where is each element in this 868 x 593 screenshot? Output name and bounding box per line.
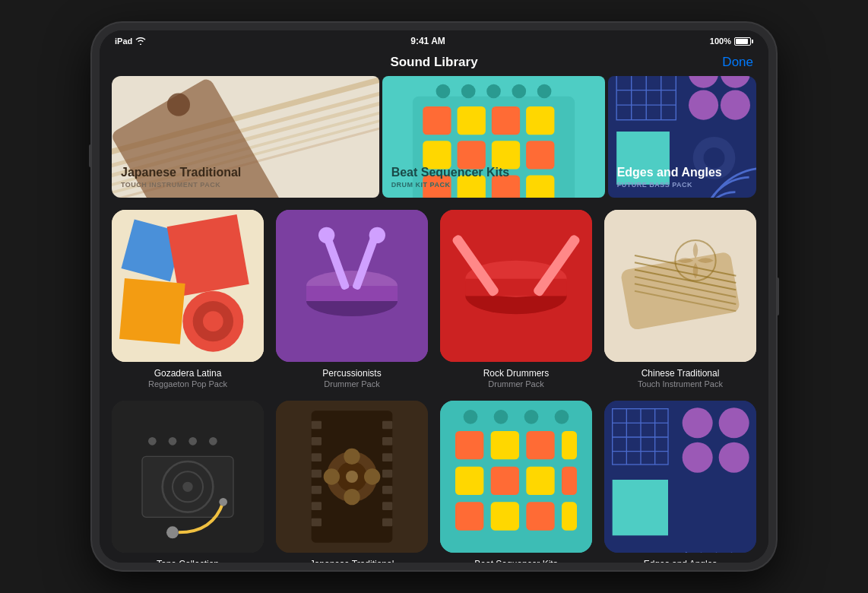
svg-rect-10 [457, 106, 485, 135]
pack-icon-sequencer2 [440, 401, 592, 553]
svg-point-118 [494, 410, 508, 424]
svg-point-73 [188, 437, 197, 446]
svg-rect-94 [382, 486, 392, 494]
pack-japanese-traditional-2[interactable]: Japanese Traditional Touch Instrument Pa… [276, 401, 428, 563]
done-button[interactable]: Done [708, 55, 753, 70]
svg-rect-11 [491, 106, 519, 135]
wifi-icon [135, 37, 146, 45]
svg-rect-108 [562, 431, 577, 459]
pack-name-japanese2: Japanese Traditional [310, 559, 394, 563]
svg-point-117 [464, 410, 478, 424]
svg-rect-86 [312, 470, 322, 478]
pack-type-gozadera: Reggaeton Pop Pack [148, 379, 227, 388]
svg-point-74 [209, 437, 217, 446]
svg-rect-116 [562, 502, 577, 530]
svg-point-100 [344, 489, 360, 505]
svg-rect-115 [526, 502, 554, 530]
svg-point-119 [524, 410, 539, 424]
pack-icon-edges2 [604, 401, 756, 553]
pack-name-gozadera: Gozadera Latina [154, 368, 222, 379]
content-area: Japanese Traditional TOUCH INSTRUMENT PA… [100, 76, 768, 563]
svg-rect-133 [613, 480, 668, 535]
svg-point-102 [364, 468, 380, 484]
packs-grid: Gozadera Latina Reggaeton Pop Pack [112, 210, 756, 563]
power-button [776, 277, 779, 316]
svg-point-80 [219, 498, 227, 506]
svg-rect-95 [382, 502, 392, 510]
svg-point-46 [203, 311, 223, 331]
pack-icon-gozadera [112, 210, 264, 362]
svg-point-21 [436, 84, 450, 99]
svg-rect-9 [423, 106, 451, 135]
svg-rect-90 [382, 421, 392, 430]
svg-point-130 [719, 407, 749, 438]
svg-rect-83 [312, 421, 322, 430]
svg-point-23 [486, 84, 501, 99]
svg-rect-96 [382, 518, 392, 527]
banner-japanese-text: Japanese Traditional TOUCH INSTRUMENT PA… [112, 156, 379, 198]
svg-rect-85 [312, 453, 322, 461]
banner-japanese-traditional[interactable]: Japanese Traditional TOUCH INSTRUMENT PA… [112, 76, 379, 198]
svg-point-78 [182, 482, 192, 492]
pack-type-percussionists: Drummer Pack [324, 379, 379, 388]
pack-beat-sequencer-2[interactable]: Beat Sequencer Kits Drum Kit Pack [440, 401, 592, 563]
screen: iPad 9:41 AM 100% Sou [100, 30, 768, 563]
svg-point-25 [537, 84, 551, 99]
pack-tone-collection[interactable]: Tone Collection Guitar Sound Pack [112, 401, 264, 563]
svg-point-103 [346, 471, 358, 483]
svg-rect-109 [455, 467, 483, 495]
pack-icon-tone [112, 401, 264, 553]
pack-name-chinese: Chinese Traditional [641, 368, 720, 379]
pack-name-rock: Rock Drummers [483, 368, 550, 379]
svg-rect-113 [455, 502, 483, 530]
svg-rect-84 [312, 437, 322, 446]
svg-point-129 [683, 407, 713, 438]
nav-bar: Sound Library Done [100, 52, 768, 76]
pack-chinese-traditional[interactable]: Chinese Traditional Touch Instrument Pac… [604, 210, 756, 388]
svg-point-131 [683, 442, 713, 473]
pack-rock-drummers[interactable]: Rock Drummers Drummer Pack [440, 210, 592, 388]
battery-icon [734, 37, 753, 46]
pack-type-rock: Drummer Pack [488, 379, 543, 388]
svg-rect-111 [526, 467, 554, 495]
pack-name-sequencer2: Beat Sequencer Kits [474, 559, 557, 563]
page-title: Sound Library [160, 55, 708, 70]
volume-button [89, 144, 92, 167]
svg-rect-106 [491, 431, 519, 459]
pack-name-percussionists: Percussionists [322, 368, 381, 379]
pack-icon-japanese2 [276, 401, 428, 553]
banner-beat-sequencer[interactable]: Beat Sequencer Kits DRUM KIT PACK [382, 76, 605, 198]
svg-point-101 [324, 468, 340, 484]
svg-point-72 [169, 437, 177, 446]
svg-rect-87 [312, 486, 322, 494]
svg-point-54 [369, 227, 385, 243]
pack-name-tone: Tone Collection [157, 559, 219, 563]
status-bar: iPad 9:41 AM 100% [100, 30, 768, 52]
svg-point-22 [461, 84, 476, 99]
battery-percent: 100% [710, 36, 731, 46]
svg-point-53 [318, 227, 334, 243]
svg-rect-114 [491, 502, 519, 530]
pack-name-edges2: Edges and Angles [644, 559, 718, 563]
svg-point-132 [719, 442, 749, 473]
svg-rect-88 [312, 502, 322, 510]
svg-point-79 [166, 526, 179, 538]
status-left: iPad [115, 36, 146, 46]
banner-edges-text: Edges and Angles FUTURE BASS PACK [608, 156, 756, 198]
pack-edges-angles-2[interactable]: Edges and Angles Future Bass Pack [604, 401, 756, 563]
pack-type-chinese: Touch Instrument Pack [638, 379, 723, 388]
svg-rect-91 [382, 437, 392, 446]
svg-rect-105 [455, 431, 483, 459]
svg-rect-12 [526, 106, 554, 135]
banner-sequencer-text: Beat Sequencer Kits DRUM KIT PACK [382, 156, 605, 198]
svg-point-99 [344, 449, 360, 465]
svg-rect-43 [119, 278, 185, 344]
svg-rect-50 [306, 286, 398, 301]
ipad-device: iPad 9:41 AM 100% Sou [92, 23, 776, 570]
svg-point-120 [555, 410, 569, 424]
svg-rect-93 [382, 470, 392, 478]
pack-percussionists[interactable]: Percussionists Drummer Pack [276, 210, 428, 388]
pack-gozadera-latina[interactable]: Gozadera Latina Reggaeton Pop Pack [112, 210, 264, 388]
banner-edges-angles[interactable]: Edges and Angles FUTURE BASS PACK [608, 76, 756, 198]
featured-banner: Japanese Traditional TOUCH INSTRUMENT PA… [112, 76, 756, 198]
